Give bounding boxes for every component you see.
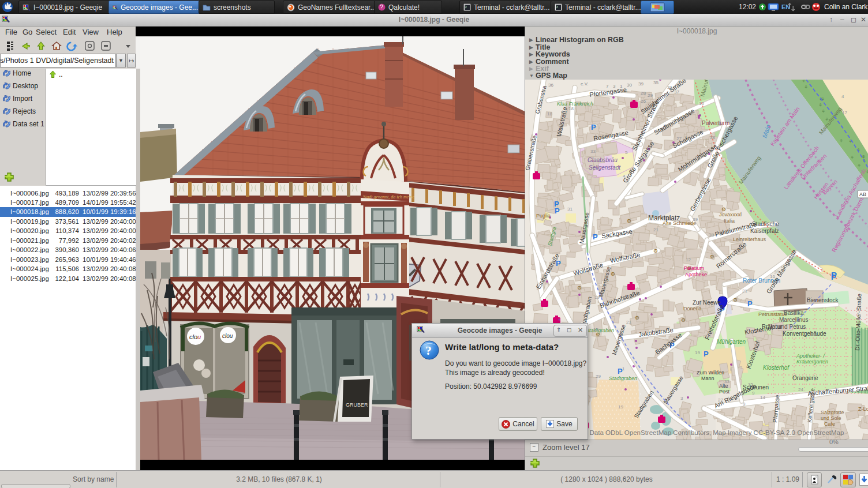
svg-text:36: 36 [548, 82, 553, 88]
svg-text:P: P [593, 232, 598, 241]
svg-text:19: 19 [594, 295, 600, 300]
svg-text:Cafe: Cafe [824, 421, 835, 427]
svg-text:13: 13 [593, 327, 598, 332]
svg-text:Stadt genannt, da ich meine: Stadt genannt, da ich meine [363, 194, 415, 200]
svg-text:Klosterhof: Klosterhof [763, 365, 790, 371]
svg-text:⚘: ⚘ [818, 103, 822, 108]
svg-text:⚘: ⚘ [850, 155, 854, 160]
svg-text:33: 33 [724, 379, 729, 384]
svg-text:Salzgrotte: Salzgrotte [821, 410, 844, 415]
svg-text:Klaa Fränkreich: Klaa Fränkreich [557, 101, 593, 107]
svg-text:35: 35 [748, 382, 753, 387]
svg-text:Jovaxxxxl: Jovaxxxxl [719, 212, 742, 217]
svg-text:Post: Post [719, 389, 730, 395]
svg-text:17: 17 [842, 110, 847, 115]
svg-text:⚙: ⚙ [681, 317, 686, 323]
svg-text:Glaabsbräu: Glaabsbräu [588, 157, 618, 163]
svg-text:Alte Schmiede: Alte Schmiede [663, 220, 696, 226]
svg-text:7: 7 [606, 84, 609, 89]
svg-text:⚙: ⚙ [733, 297, 738, 303]
svg-text:5: 5 [625, 150, 628, 155]
svg-text:Apotheker- /: Apotheker- / [796, 353, 825, 359]
svg-text:Map Data ODbL OpenStreetMap Co: Map Data ODbL OpenStreetMap Contributors… [575, 429, 844, 436]
svg-text:Marcellinus: Marcellinus [779, 317, 809, 323]
svg-text:Stadtgraben: Stadtgraben [586, 328, 614, 333]
svg-text:9: 9 [752, 391, 755, 396]
svg-text:⚘: ⚘ [862, 155, 866, 160]
svg-text:38: 38 [710, 135, 715, 140]
svg-text:1: 1 [622, 366, 625, 371]
svg-text:?: ? [380, 4, 383, 10]
svg-text:29: 29 [648, 93, 653, 98]
svg-text:⚘: ⚘ [839, 138, 843, 144]
svg-text:P: P [555, 207, 560, 215]
svg-text:9: 9 [743, 401, 746, 407]
svg-text:Puglia: Puglia [536, 213, 551, 219]
svg-text:e.V.: e.V. [581, 81, 589, 87]
svg-text:⚙: ⚙ [653, 248, 658, 254]
svg-text:und Petrus: und Petrus [778, 324, 806, 330]
svg-text:30: 30 [627, 82, 632, 88]
svg-text:26: 26 [641, 99, 646, 104]
svg-text:⚘: ⚘ [857, 163, 861, 168]
svg-text:19: 19 [618, 404, 623, 410]
svg-text:⚘: ⚘ [821, 109, 825, 114]
svg-text:Mühlgarten: Mühlgarten [717, 339, 746, 345]
svg-text:37: 37 [674, 89, 679, 95]
svg-text:Seligenstadt: Seligenstadt [589, 164, 621, 171]
svg-text:Kaiserpfalz: Kaiserpfalz [750, 228, 779, 234]
svg-text:Mann: Mann [701, 376, 714, 381]
svg-text:GRUBER: GRUBER [346, 402, 368, 408]
svg-text:clou: clou [222, 333, 233, 339]
svg-text:14: 14 [760, 395, 765, 400]
svg-text:10: 10 [699, 101, 704, 106]
svg-text:⚙: ⚙ [577, 285, 582, 291]
svg-text:Kräutergarten: Kräutergarten [796, 359, 828, 365]
svg-text:4: 4 [841, 94, 844, 99]
svg-text:Apotheke: Apotheke [685, 272, 707, 277]
svg-text:Konventgebäude: Konventgebäude [783, 331, 826, 337]
svg-text:Basilika: Basilika [784, 310, 804, 316]
svg-text:33: 33 [590, 149, 596, 154]
svg-text:⚙: ⚙ [627, 218, 631, 224]
svg-text:21: 21 [653, 227, 659, 232]
svg-text:12: 12 [686, 257, 691, 262]
svg-text:28: 28 [641, 91, 646, 96]
svg-text:18: 18 [547, 111, 552, 117]
svg-text:16: 16 [770, 274, 775, 279]
svg-text:3: 3 [680, 396, 683, 401]
svg-text:Leinreiterhaus: Leinreiterhaus [733, 237, 766, 242]
svg-text:21: 21 [742, 288, 747, 294]
svg-text:Z-Lo: Z-Lo [858, 406, 868, 412]
svg-text:P: P [704, 350, 709, 358]
svg-text:P: P [831, 273, 836, 281]
svg-text:und Sole: und Sole [821, 415, 841, 421]
svg-text:Bienenstock: Bienenstock [807, 297, 839, 303]
svg-text:⚙: ⚙ [635, 315, 639, 321]
svg-text:P: P [747, 299, 753, 308]
svg-text:P: P [591, 123, 596, 132]
svg-text:24: 24 [798, 387, 803, 392]
svg-text:⚙: ⚙ [710, 254, 714, 260]
svg-text:21: 21 [626, 320, 631, 325]
svg-text:Pulverturm: Pulverturm [702, 120, 729, 126]
svg-text:19: 19 [695, 350, 700, 355]
svg-text:Stadtgraben: Stadtgraben [609, 376, 637, 381]
svg-text:Palatium: Palatium [684, 265, 704, 271]
svg-text:27: 27 [676, 136, 682, 141]
svg-text:39: 39 [774, 269, 779, 275]
svg-text:39: 39 [693, 217, 698, 222]
svg-text:35: 35 [653, 80, 659, 85]
svg-text:15: 15 [810, 332, 815, 337]
svg-text:18: 18 [568, 106, 574, 111]
svg-text:39: 39 [638, 81, 643, 87]
svg-text:⚘: ⚘ [804, 85, 808, 90]
svg-text:31: 31 [667, 85, 672, 90]
svg-text:Italia: Italia [724, 218, 735, 224]
svg-text:⚘: ⚘ [802, 80, 806, 84]
svg-text:38: 38 [709, 232, 714, 238]
svg-text:29: 29 [596, 374, 601, 379]
svg-text:27: 27 [718, 397, 723, 403]
svg-text:3: 3 [613, 84, 616, 89]
svg-text:⚙: ⚙ [611, 271, 615, 277]
